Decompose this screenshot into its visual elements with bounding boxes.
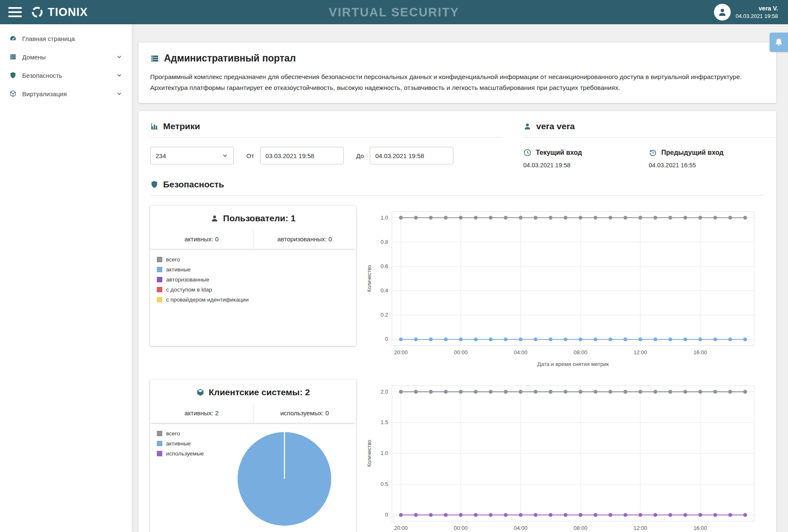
- svg-text:12:00: 12:00: [634, 525, 647, 531]
- legend-item: с доступом в ldap: [157, 286, 349, 293]
- legend-item: активные: [157, 440, 220, 447]
- svg-text:04:00: 04:00: [514, 349, 527, 356]
- users-authorized-stat: авторизованных: 0: [253, 230, 356, 249]
- users-card: Пользователи: 1 активных: 0 авторизованн…: [150, 206, 356, 346]
- tionix-logo-icon: [31, 6, 43, 18]
- users-active-stat: активных: 0: [150, 230, 253, 249]
- svg-text:Количество: Количество: [366, 440, 372, 467]
- previous-login: Предыдущий вход 04.03.2021 16:55: [649, 148, 774, 169]
- portal-title: Административный портал: [164, 53, 296, 64]
- sidebar-item-home[interactable]: Главная страница: [0, 29, 132, 48]
- divider: [523, 137, 774, 138]
- svg-text:0.5: 0.5: [381, 481, 388, 487]
- date-from-input[interactable]: [260, 147, 344, 164]
- legend-item: с провайдером идентификации: [157, 297, 349, 303]
- svg-text:00:00: 00:00: [454, 349, 468, 356]
- svg-text:04:00: 04:00: [514, 525, 527, 531]
- metrics-title: Метрики: [163, 121, 200, 131]
- bar-chart-icon: [150, 122, 159, 130]
- legend-swatch: [157, 267, 162, 272]
- svg-text:08:00: 08:00: [574, 525, 588, 531]
- legend-swatch: [157, 451, 162, 456]
- legend-swatch: [157, 287, 162, 292]
- user-panel-title: vera vera: [536, 121, 575, 131]
- svg-text:0: 0: [385, 512, 388, 518]
- metrics-select[interactable]: 234: [150, 147, 234, 164]
- current-login-label: Текущий вход: [536, 149, 582, 156]
- user-menu[interactable]: vera V. 04.03.2021 19:58: [714, 4, 788, 20]
- app-header: TIONIX VIRTUAL SECURITY vera V. 04.03.20…: [0, 0, 788, 24]
- sidebar: Главная страница Домены Безопасность Вир…: [0, 24, 132, 532]
- clock-icon: [523, 148, 532, 157]
- systems-legend: всего активные используемые: [157, 430, 220, 457]
- previous-login-label: Предыдущий вход: [661, 149, 724, 156]
- legend-item: всего: [157, 430, 220, 437]
- chevron-down-icon: [116, 90, 123, 97]
- svg-text:0.8: 0.8: [381, 239, 388, 245]
- client-systems-card: Клиентские системы: 2 активных: 2 исполь…: [150, 380, 356, 532]
- cube-icon: [9, 90, 17, 97]
- chevron-down-icon: [222, 152, 228, 159]
- svg-text:00:00: 00:00: [454, 525, 468, 531]
- user-name: vera V.: [736, 5, 778, 12]
- security-section-title: Безопасность: [163, 179, 224, 189]
- svg-text:0: 0: [385, 336, 388, 343]
- portal-description: Программный комплекс предназначен для об…: [150, 72, 765, 93]
- server-stack-icon: [150, 54, 159, 63]
- metrics-panel: Метрики 234 От До: [150, 121, 501, 169]
- svg-text:20:00: 20:00: [394, 349, 408, 356]
- svg-text:1.5: 1.5: [381, 419, 388, 425]
- bell-icon: [774, 38, 783, 47]
- legend-item: авторизованные: [157, 276, 349, 283]
- svg-text:08:00: 08:00: [574, 349, 588, 356]
- svg-text:1.0: 1.0: [381, 450, 388, 456]
- date-to-input[interactable]: [370, 147, 453, 164]
- client-systems-metrics-chart: 00.51.01.52.020:0000:0004:0008:0012:0016…: [364, 380, 762, 532]
- page-title: VIRTUAL SECURITY: [0, 5, 788, 19]
- previous-login-value: 04.03.2021 16:55: [649, 162, 774, 169]
- server-stack-icon: [9, 53, 17, 61]
- svg-text:Количество: Количество: [366, 265, 372, 292]
- dashboard-card: Метрики 234 От До: [138, 111, 776, 532]
- user-login-date: 04.03.2021 19:58: [736, 13, 778, 19]
- sidebar-item-virtualization[interactable]: Виртуализация: [0, 84, 132, 103]
- cube-icon: [196, 388, 205, 396]
- svg-text:12:00: 12:00: [634, 349, 647, 356]
- systems-card-title: Клиентские системы: 2: [209, 387, 310, 397]
- svg-text:0.4: 0.4: [381, 287, 388, 294]
- dashboard-icon: [9, 35, 17, 42]
- users-card-title: Пользователи: 1: [223, 213, 295, 223]
- legend-swatch: [157, 431, 162, 436]
- metrics-select-value: 234: [156, 152, 166, 159]
- svg-text:1.0: 1.0: [381, 215, 388, 221]
- legend-swatch: [157, 277, 162, 282]
- sidebar-item-label: Главная страница: [22, 35, 75, 42]
- legend-swatch: [157, 297, 162, 302]
- chevron-down-icon: [116, 54, 123, 60]
- shield-icon: [9, 72, 17, 79]
- svg-text:16:00: 16:00: [693, 349, 707, 356]
- svg-text:16:00: 16:00: [693, 525, 707, 531]
- svg-text:0.2: 0.2: [381, 312, 388, 318]
- sidebar-item-domains[interactable]: Домены: [0, 48, 132, 66]
- main-content: Административный портал Программный комп…: [132, 24, 788, 532]
- brand-text: TIONIX: [48, 6, 88, 19]
- sidebar-item-label: Безопасность: [22, 72, 62, 79]
- brand-logo[interactable]: TIONIX: [31, 6, 88, 19]
- shield-icon: [150, 180, 159, 189]
- date-to-label: До: [356, 152, 364, 159]
- legend-swatch: [157, 441, 162, 446]
- notifications-button[interactable]: [770, 33, 788, 52]
- legend-item: используемые: [157, 450, 220, 457]
- person-icon: [210, 214, 219, 223]
- menu-button[interactable]: [8, 7, 22, 17]
- current-login-value: 04.03.2021 19:58: [523, 162, 649, 169]
- portal-card: Административный портал Программный комп…: [138, 43, 776, 103]
- sidebar-item-security[interactable]: Безопасность: [0, 66, 132, 84]
- legend-swatch: [157, 257, 162, 262]
- svg-text:Дата и время снятия метрик: Дата и время снятия метрик: [537, 361, 609, 367]
- legend-item: всего: [157, 256, 349, 263]
- systems-active-stat: активных: 2: [150, 404, 253, 423]
- users-legend: всего активные авторизованные с доступом…: [157, 256, 349, 303]
- svg-text:2.0: 2.0: [381, 389, 388, 395]
